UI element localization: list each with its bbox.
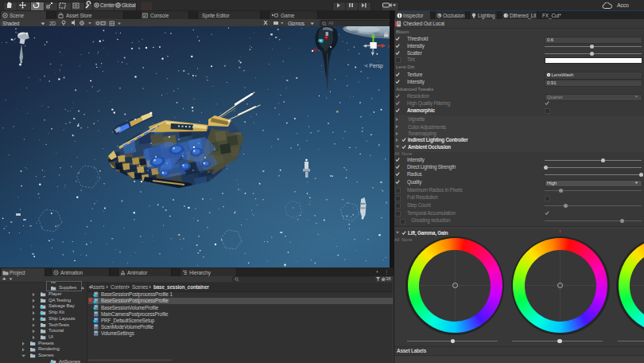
svg-text:< Persp: < Persp bbox=[365, 63, 383, 69]
